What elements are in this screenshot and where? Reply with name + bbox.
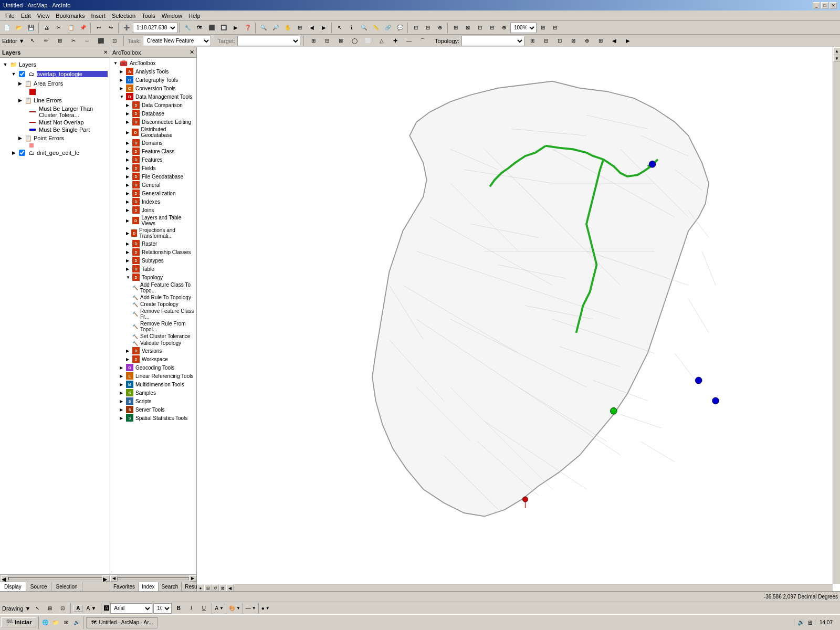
editor-tool-13[interactable]: △ <box>376 35 387 47</box>
save-button[interactable]: 💾 <box>25 22 37 34</box>
tool-b1[interactable]: 🔧 <box>182 22 193 34</box>
zoom-out-btn[interactable]: 🔎 <box>270 22 281 34</box>
subtypes-tools[interactable]: ▶ D Subtypes <box>111 256 195 265</box>
scale-dropdown[interactable]: 1:18.027.638 <box>133 23 177 33</box>
scroll-bottom-track[interactable]: ● ⊟ ↺ ⊠ ◀ <box>197 584 833 591</box>
layers-scrollbar[interactable]: ◀ ▶ <box>0 574 110 582</box>
create-topology-tool[interactable]: 🔨 Create Topology <box>111 301 195 308</box>
menu-selection[interactable]: Selection <box>109 12 139 20</box>
tab-selection[interactable]: Selection <box>51 582 82 591</box>
tool-b2[interactable]: 🗺 <box>194 22 205 34</box>
redo-button[interactable]: ↪ <box>105 22 117 34</box>
find-btn[interactable]: 🔍 <box>358 22 370 34</box>
identify-btn[interactable]: ℹ <box>346 22 358 34</box>
target-dropdown[interactable] <box>237 36 300 46</box>
editor-tool-23[interactable]: ◀ <box>608 35 620 47</box>
point-errors-item[interactable]: ▶ 📋 Point Errors <box>2 133 108 143</box>
tab-favorites[interactable]: Favorites <box>110 582 139 591</box>
disconnected-editing[interactable]: ▶ D Disconnected Editing <box>111 118 195 126</box>
draw-tool-2[interactable]: ⊡ <box>57 603 68 614</box>
add-data-button[interactable]: ➕ <box>121 22 132 34</box>
select-btn[interactable]: ↖ <box>334 22 345 34</box>
taskbar-icon-1[interactable]: 🌐 <box>40 617 50 628</box>
print-button[interactable]: 🖨 <box>41 22 52 34</box>
tool-c3[interactable]: ⊕ <box>434 22 446 34</box>
start-button[interactable]: 🏁 Iniciar <box>1 617 36 627</box>
toolbox-scroll-track[interactable] <box>118 577 189 580</box>
map-area[interactable]: ▲ ▼ ● ⊟ ↺ ⊠ ◀ <box>197 47 840 591</box>
generalization-tools[interactable]: ▶ D Generalization <box>111 189 195 197</box>
line-errors-expand[interactable]: ▶ <box>17 98 23 103</box>
joins-tools[interactable]: ▶ D Joins <box>111 206 195 214</box>
distributed-geodatabase[interactable]: ▶ D Distributed Geodatabase <box>111 126 195 139</box>
projections-tools[interactable]: ▶ D Projections and Transformati... <box>111 227 195 239</box>
editor-tool-21[interactable]: ⊕ <box>581 35 593 47</box>
dnit-expand[interactable]: ▶ <box>10 150 17 155</box>
minimize-button[interactable]: _ <box>813 2 820 9</box>
toolbox-scroll-left[interactable]: ◀ <box>110 575 118 582</box>
overlap-layer-label[interactable]: overlap_topologie <box>37 71 108 77</box>
tool-d4[interactable]: ⊟ <box>486 22 498 34</box>
tool-d2[interactable]: ⊠ <box>462 22 474 34</box>
feature-class-tools[interactable]: ▶ D Feature Class <box>111 147 195 155</box>
tool-b4[interactable]: 🔲 <box>218 22 229 34</box>
editor-tool-24[interactable]: ▶ <box>622 35 634 47</box>
paste-button[interactable]: 📌 <box>77 22 89 34</box>
close-button[interactable]: ✕ <box>830 2 837 9</box>
taskbar-icon-2[interactable]: 📁 <box>50 617 61 628</box>
conversion-tools[interactable]: ▶ C Conversion Tools <box>111 84 195 92</box>
menu-view[interactable]: View <box>34 12 53 20</box>
hyperlink-btn[interactable]: 🔗 <box>382 22 394 34</box>
menu-file[interactable]: File <box>2 12 18 20</box>
menu-bookmarks[interactable]: Bookmarks <box>52 12 88 20</box>
features-tools[interactable]: ▶ D Features <box>111 155 195 164</box>
tool-d1[interactable]: ⊞ <box>450 22 461 34</box>
editor-tool-4[interactable]: ✂ <box>68 35 79 47</box>
toolbox-root[interactable]: ▼ 🧰 ArcToolbox <box>111 59 195 67</box>
tool-e1[interactable]: ⊞ <box>537 22 549 34</box>
table-tools[interactable]: ▶ D Table <box>111 265 195 273</box>
must-be-larger-item[interactable]: Must Be Larger Than Cluster Tolera... <box>2 105 108 119</box>
map-scroll-bottom[interactable]: ● ⊟ ↺ ⊠ ◀ <box>197 584 833 591</box>
data-comparison[interactable]: ▶ D Data Comparison <box>111 101 195 109</box>
layers-table-views[interactable]: ▶ D Layers and Table Views <box>111 214 195 227</box>
toolbox-close-btn[interactable]: ✕ <box>190 49 194 56</box>
full-extent-btn[interactable]: ⊞ <box>294 22 306 34</box>
editor-tool-17[interactable]: ⊞ <box>527 35 538 47</box>
zoom-in-btn[interactable]: 🔍 <box>258 22 269 34</box>
editor-tool-22[interactable]: ⊞ <box>595 35 606 47</box>
map-scroll-right[interactable]: ▲ ▼ <box>833 47 840 584</box>
topology-dropdown[interactable] <box>461 36 524 46</box>
overlap-checkbox[interactable] <box>19 71 25 77</box>
point-errors-expand[interactable]: ▶ <box>17 135 23 141</box>
bold-btn[interactable]: B <box>173 603 184 614</box>
line-errors-item[interactable]: ▶ 📋 Line Errors <box>2 96 108 105</box>
scroll-map-btn-4[interactable]: ⊠ <box>219 584 226 591</box>
font-color-arrow[interactable]: ▼ <box>219 606 224 611</box>
tool-b6[interactable]: ❓ <box>242 22 254 34</box>
topology-tools[interactable]: ▼ D Topology <box>111 273 195 281</box>
menu-help[interactable]: Help <box>185 12 204 20</box>
new-button[interactable]: 📄 <box>1 22 13 34</box>
copy-button[interactable]: 📋 <box>65 22 77 34</box>
raster-tools[interactable]: ▶ D Raster <box>111 239 195 248</box>
editor-tool-15[interactable]: — <box>403 35 415 47</box>
validate-topology-tool[interactable]: 🔨 Validate Topology <box>111 340 195 346</box>
draw-tool-1[interactable]: ⊞ <box>44 603 56 614</box>
add-feature-class-tool[interactable]: 🔨 Add Feature Class To Topo... <box>111 281 195 294</box>
area-errors-expand[interactable]: ▶ <box>17 81 23 86</box>
text-bold-btn[interactable]: A <box>74 605 82 612</box>
menu-edit[interactable]: Edit <box>18 12 34 20</box>
tab-index[interactable]: Index <box>139 582 158 591</box>
dnit-checkbox[interactable] <box>19 150 25 156</box>
general-tools[interactable]: ▶ D General <box>111 181 195 189</box>
editor-tool-20[interactable]: ⊠ <box>568 35 579 47</box>
data-management-tools[interactable]: ▼ D Data Management Tools <box>111 92 195 101</box>
line-arrow[interactable]: ▼ <box>252 606 256 611</box>
fill-arrow[interactable]: ▼ <box>236 606 240 611</box>
layers-expand-icon[interactable]: ▼ <box>2 62 8 67</box>
overlap-layer[interactable]: ▼ 🗂 overlap_topologie <box>2 69 108 79</box>
multidimension-tools[interactable]: ▶ M Multidimension Tools <box>111 380 195 388</box>
editor-tool-5[interactable]: ↔ <box>81 35 93 47</box>
tool-b5[interactable]: ▶ <box>230 22 242 34</box>
